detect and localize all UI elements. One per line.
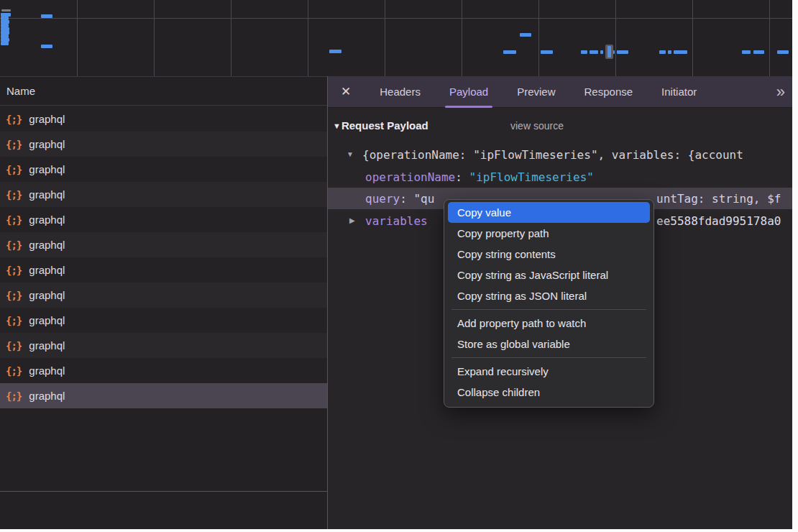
property-key: query [365, 192, 400, 206]
property-value-right: ee5588fdad995178a0 [656, 210, 781, 231]
request-name: graphql [29, 264, 65, 276]
request-name: graphql [29, 339, 65, 352]
table-row[interactable]: {;}graphql [0, 157, 327, 182]
menu-item-copy-string-js-literal[interactable]: Copy string as JavaScript literal [444, 265, 653, 285]
request-timing-bar [503, 50, 516, 54]
close-icon[interactable]: ✕ [341, 86, 351, 98]
view-source-link[interactable]: view source [510, 120, 564, 132]
request-timing-bar [590, 50, 598, 54]
menu-item-expand-recursively[interactable]: Expand recursively [444, 361, 653, 382]
property-value: "ipFlowTimeseries" [469, 170, 594, 184]
tab-initiator[interactable]: Initiator [661, 76, 697, 108]
table-row[interactable]: {;}graphql [0, 232, 327, 257]
tab-preview[interactable]: Preview [517, 76, 555, 108]
request-name: graphql [29, 138, 65, 150]
name-column-header[interactable]: Name [0, 76, 327, 106]
request-timing-bar [617, 50, 628, 54]
request-timing-bar [329, 50, 341, 53]
tab-response[interactable]: Response [584, 76, 633, 108]
request-name: graphql [29, 214, 65, 226]
fetch-json-icon: {;} [6, 365, 22, 377]
overview-gridline [385, 0, 385, 76]
request-timing-bar [520, 33, 531, 37]
menu-item-copy-string-contents[interactable]: Copy string contents [444, 244, 653, 265]
context-menu: Copy value Copy property path Copy strin… [444, 199, 654, 408]
request-payload-header[interactable]: ▼Request Payload [333, 119, 428, 132]
request-timing-bar [659, 50, 666, 54]
property-key: variables [365, 214, 428, 228]
overview-gridline [692, 0, 693, 76]
overview-gridline [769, 0, 770, 76]
table-row[interactable]: {;}graphql [0, 182, 327, 207]
payload-preview-text: {operationName: "ipFlowTimeseries", vari… [362, 148, 743, 162]
menu-item-add-property-path-to-watch[interactable]: Add property path to watch [444, 313, 653, 334]
request-timing-bar [41, 45, 52, 48]
fetch-json-icon: {;} [6, 214, 22, 226]
request-name: graphql [29, 289, 65, 301]
overview-gridline-horizontal [0, 18, 792, 19]
expanded-triangle-icon: ▼ [333, 121, 341, 130]
fetch-json-icon: {;} [6, 340, 22, 352]
fetch-json-icon: {;} [6, 290, 22, 301]
request-timing-bar [668, 50, 671, 54]
menu-item-copy-property-path[interactable]: Copy property path [444, 223, 653, 244]
request-timing-bar [674, 50, 687, 54]
fetch-json-icon: {;} [6, 114, 22, 125]
table-row[interactable]: {;}graphql [0, 333, 327, 358]
request-list: {;}graphql {;}graphql {;}graphql {;}grap… [0, 106, 327, 408]
fetch-json-icon: {;} [6, 239, 22, 251]
table-row[interactable]: {;}graphql [0, 207, 327, 232]
overview-gridline [462, 0, 462, 76]
network-overview[interactable] [0, 0, 792, 76]
table-row[interactable]: {;}graphql [0, 106, 327, 132]
overview-gridline [231, 0, 231, 76]
request-name: graphql [29, 113, 65, 125]
menu-separator [451, 309, 646, 310]
table-row[interactable]: {;}graphql [0, 308, 327, 333]
fetch-json-icon: {;} [6, 315, 22, 326]
menu-item-copy-string-json-literal[interactable]: Copy string as JSON literal [444, 285, 653, 306]
more-tabs-icon[interactable]: » [776, 84, 785, 100]
request-name: graphql [29, 188, 65, 201]
table-row[interactable]: {;}graphql [0, 132, 327, 157]
request-timing-bar [581, 50, 587, 54]
overview-gridline [308, 0, 308, 76]
name-column-label: Name [6, 85, 35, 97]
payload-root-row[interactable]: ▼ {operationName: "ipFlowTimeseries", va… [328, 144, 792, 165]
request-timing-bar [41, 14, 52, 18]
request-timing-bar [541, 50, 553, 54]
request-name: graphql [29, 314, 65, 326]
overview-tick-fill [607, 46, 611, 58]
details-tabbar: ✕ Headers Payload Preview Response Initi… [328, 76, 792, 108]
table-row-selected[interactable]: {;}graphql [0, 383, 327, 408]
request-name: graphql [29, 163, 65, 175]
menu-item-store-as-global-variable[interactable]: Store as global variable [444, 334, 653, 354]
fetch-json-icon: {;} [6, 390, 22, 402]
fetch-json-icon: {;} [6, 139, 22, 150]
overview-gridline [615, 0, 616, 76]
table-row[interactable]: {;}graphql [0, 257, 327, 283]
expanded-triangle-icon: ▼ [347, 150, 354, 158]
request-name: graphql [29, 239, 65, 251]
tab-payload[interactable]: Payload [449, 76, 488, 108]
request-timing-bar [753, 50, 764, 54]
page-edge-right [792, 0, 798, 532]
page-edge-bottom [0, 529, 798, 532]
overview-gridline [538, 0, 539, 76]
fetch-json-icon: {;} [6, 265, 22, 276]
overview-gridline [77, 0, 78, 76]
fetch-json-icon: {;} [6, 164, 22, 175]
table-row[interactable]: {;}graphql [0, 283, 327, 308]
menu-item-collapse-children[interactable]: Collapse children [444, 382, 653, 403]
operation-name-row[interactable]: operationName: "ipFlowTimeseries" [328, 166, 792, 188]
devtools-network-panel: Name {;}graphql {;}graphql {;}graphql {;… [0, 0, 798, 532]
table-row[interactable]: {;}graphql [0, 358, 327, 383]
menu-separator [451, 357, 646, 358]
tab-headers[interactable]: Headers [380, 76, 421, 108]
menu-item-copy-value[interactable]: Copy value [448, 202, 650, 223]
fetch-json-icon: {;} [6, 189, 22, 201]
request-timing-bar [1, 42, 9, 45]
property-value-right: untTag: string, $f [656, 188, 781, 209]
overview-gray-bar [1, 9, 11, 12]
collapsed-triangle-icon: ▶ [349, 216, 355, 224]
